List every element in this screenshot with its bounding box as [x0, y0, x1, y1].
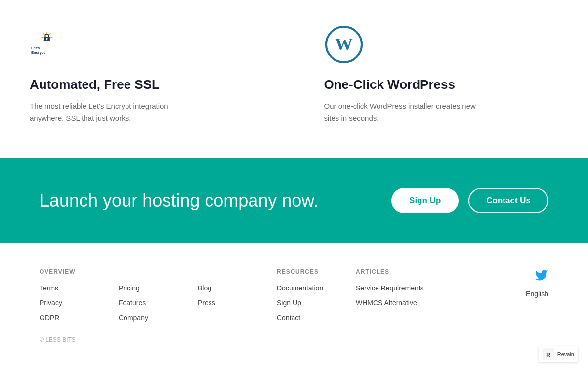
resources-links: Documentation Sign Up Contact	[277, 284, 326, 322]
footer-col2: Pricing Features Company	[119, 268, 168, 322]
contact-us-button[interactable]: Contact Us	[468, 188, 548, 213]
footer-link-contact[interactable]: Contact	[277, 314, 326, 322]
col2-links: Pricing Features Company	[119, 284, 168, 322]
revain-icon: R	[543, 348, 554, 358]
footer-link-features[interactable]: Features	[119, 299, 168, 307]
overview-heading: OVERVIEW	[40, 268, 89, 275]
footer-col3: Blog Press	[198, 268, 247, 322]
col2-heading	[119, 268, 168, 275]
svg-rect-9	[46, 39, 47, 40]
footer-link-gdpr[interactable]: GDPR	[40, 314, 89, 322]
footer-link-blog[interactable]: Blog	[198, 284, 247, 292]
articles-heading: ARTICLES	[356, 268, 424, 275]
wordpress-feature-col: W One-Click WordPress Our one-click Word…	[294, 0, 588, 158]
svg-text:W: W	[335, 35, 353, 54]
revain-badge: R Revain	[539, 346, 578, 358]
footer-copyright: © LESS BITS	[40, 336, 548, 343]
footer: OVERVIEW Terms Privacy GDPR Pricing Feat…	[0, 243, 588, 358]
footer-overview-col: OVERVIEW Terms Privacy GDPR	[40, 268, 89, 322]
signup-button[interactable]: Sign Up	[391, 188, 459, 213]
svg-line-1	[49, 34, 50, 35]
overview-links: Terms Privacy GDPR	[40, 284, 89, 322]
footer-social-col: English	[526, 268, 548, 322]
lets-encrypt-logo: Let's Encrypt	[30, 20, 89, 69]
features-section: Let's Encrypt Automated, Free SSL The mo…	[0, 0, 588, 158]
twitter-link[interactable]	[535, 268, 548, 284]
svg-line-4	[43, 34, 44, 35]
footer-link-press[interactable]: Press	[198, 299, 247, 307]
footer-link-terms[interactable]: Terms	[40, 284, 89, 292]
wordpress-logo: W	[324, 20, 383, 69]
ssl-title: Automated, Free SSL	[30, 77, 264, 92]
cta-banner: Launch your hosting company now. Sign Up…	[0, 158, 588, 243]
col3-links: Blog Press	[198, 284, 247, 307]
wordpress-title: One-Click WordPress	[324, 77, 559, 92]
svg-text:R: R	[546, 352, 550, 358]
svg-text:Encrypt: Encrypt	[31, 50, 45, 55]
footer-articles-col: ARTICLES Service Requirements WHMCS Alte…	[356, 268, 424, 322]
twitter-icon	[535, 268, 548, 282]
footer-link-pricing[interactable]: Pricing	[119, 284, 168, 292]
articles-links: Service Requirements WHMCS Alternative	[356, 284, 424, 307]
ssl-description: The most reliable Let's Encrypt integrat…	[30, 100, 198, 124]
wordpress-description: Our one-click WordPress installer create…	[324, 100, 492, 124]
cta-buttons: Sign Up Contact Us	[391, 188, 548, 213]
svg-text:Let's: Let's	[31, 46, 40, 50]
footer-link-company[interactable]: Company	[119, 314, 168, 322]
footer-link-privacy[interactable]: Privacy	[40, 299, 89, 307]
revain-label: Revain	[557, 351, 574, 357]
footer-columns: OVERVIEW Terms Privacy GDPR Pricing Feat…	[40, 268, 548, 322]
resources-heading: RESOURCES	[277, 268, 326, 275]
footer-link-documentation[interactable]: Documentation	[277, 284, 326, 292]
ssl-feature-col: Let's Encrypt Automated, Free SSL The mo…	[0, 0, 294, 158]
footer-resources-col: RESOURCES Documentation Sign Up Contact	[277, 268, 326, 322]
footer-link-whmcs[interactable]: WHMCS Alternative	[356, 299, 424, 307]
col3-heading	[198, 268, 247, 275]
language-selector[interactable]: English	[526, 290, 548, 298]
cta-text: Launch your hosting company now.	[40, 190, 318, 211]
footer-link-service-requirements[interactable]: Service Requirements	[356, 284, 424, 292]
footer-link-signup[interactable]: Sign Up	[277, 299, 326, 307]
